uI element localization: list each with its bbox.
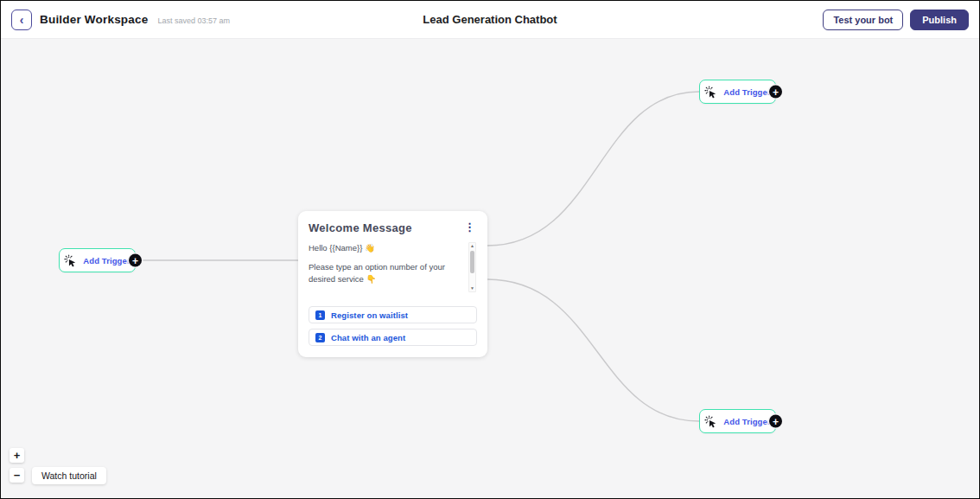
kebab-menu-icon[interactable]: ⋮ bbox=[462, 221, 477, 233]
back-button[interactable]: ‹ bbox=[11, 10, 32, 30]
connector-edges bbox=[1, 39, 979, 498]
top-bar: ‹ Builder Workspace Last saved 03:57 am … bbox=[1, 1, 979, 39]
option-chat-with-agent[interactable]: 2 Chat with an agent bbox=[309, 329, 477, 346]
zoom-in-button[interactable]: + bbox=[10, 448, 24, 463]
message-text: Please type an option number of your des… bbox=[309, 261, 477, 285]
app-window: ‹ Builder Workspace Last saved 03:57 am … bbox=[0, 0, 980, 499]
edge-card-to-bottom-trigger bbox=[487, 279, 699, 421]
trigger-node-top-right[interactable]: Add Trigger + bbox=[699, 80, 776, 104]
flow-canvas[interactable]: Add Trigger + Add Trigger + bbox=[1, 39, 979, 498]
workspace-title: Builder Workspace bbox=[40, 13, 148, 26]
click-cursor-icon bbox=[704, 86, 717, 99]
card-title: Welcome Message bbox=[309, 221, 412, 234]
option-number-badge: 1 bbox=[315, 310, 325, 320]
zoom-out-button[interactable]: − bbox=[10, 468, 24, 483]
trigger-label: Add Trigger bbox=[83, 256, 130, 265]
last-saved-text: Last saved 03:57 am bbox=[157, 16, 230, 25]
scroll-down-icon[interactable]: ▼ bbox=[470, 286, 474, 291]
trigger-node-bottom-right[interactable]: Add Trigger + bbox=[699, 409, 776, 433]
test-your-bot-button[interactable]: Test your bot bbox=[823, 10, 903, 30]
add-node-plus-icon[interactable]: + bbox=[769, 415, 782, 428]
scrollbar-thumb[interactable] bbox=[470, 251, 474, 273]
click-cursor-icon bbox=[704, 415, 717, 428]
click-cursor-icon bbox=[64, 254, 77, 267]
option-number-badge: 2 bbox=[315, 333, 325, 342]
card-scrollbar[interactable]: ▲ ▼ bbox=[468, 242, 476, 292]
card-header: Welcome Message ⋮ bbox=[309, 221, 477, 234]
trigger-label: Add Trigger bbox=[723, 417, 770, 426]
top-bar-right: Test your bot Publish bbox=[823, 10, 969, 30]
card-message-area: Hello {{Name}} 👋 Please type an option n… bbox=[309, 242, 477, 296]
publish-button[interactable]: Publish bbox=[910, 10, 969, 30]
add-node-plus-icon[interactable]: + bbox=[769, 86, 782, 99]
card-options: 1 Register on waitlist 2 Chat with an ag… bbox=[309, 306, 477, 346]
trigger-label: Add Trigger bbox=[723, 87, 770, 97]
scroll-up-icon[interactable]: ▲ bbox=[470, 244, 474, 248]
welcome-message-node[interactable]: Welcome Message ⋮ Hello {{Name}} 👋 Pleas… bbox=[298, 211, 487, 357]
trigger-node-left[interactable]: Add Trigger + bbox=[59, 248, 136, 272]
option-register-on-waitlist[interactable]: 1 Register on waitlist bbox=[309, 306, 477, 323]
option-label: Register on waitlist bbox=[331, 310, 408, 320]
option-label: Chat with an agent bbox=[331, 333, 405, 342]
bot-title: Lead Generation Chatbot bbox=[423, 13, 557, 26]
add-node-plus-icon[interactable]: + bbox=[129, 254, 142, 267]
edge-card-to-top-trigger bbox=[487, 92, 699, 246]
top-bar-left: ‹ Builder Workspace Last saved 03:57 am bbox=[11, 10, 823, 30]
message-text: Hello {{Name}} 👋 bbox=[309, 242, 477, 254]
back-chevron-icon: ‹ bbox=[20, 14, 24, 26]
watch-tutorial-button[interactable]: Watch tutorial bbox=[32, 467, 106, 484]
